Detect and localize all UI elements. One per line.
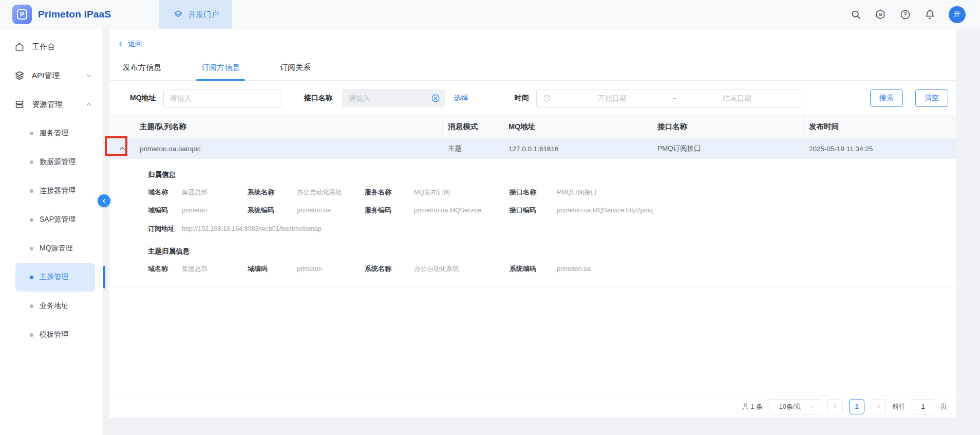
back-button[interactable]: 返回 bbox=[118, 40, 142, 49]
interface-name-input[interactable] bbox=[342, 89, 445, 107]
sidebar-nav: 工作台 API管理 资源管理 服务管理 数据源管理 bbox=[0, 29, 104, 435]
detail-value: PMQ订阅接口 bbox=[557, 188, 941, 197]
tab-bar: 发布方信息 订阅方信息 订阅关系 bbox=[109, 56, 956, 81]
content-card: 返回 发布方信息 订阅方信息 订阅关系 MQ地址 接口名称 选择 时间 bbox=[109, 29, 956, 418]
row-expand-button[interactable] bbox=[109, 139, 135, 158]
sidebar-item-topic-mgmt[interactable]: 主题管理 bbox=[15, 263, 95, 292]
detail-value: 办公自动化系统 bbox=[297, 188, 365, 197]
search-icon[interactable] bbox=[850, 9, 861, 20]
sidebar-collapse-toggle[interactable] bbox=[98, 194, 110, 207]
end-date-input[interactable] bbox=[680, 94, 795, 102]
detail-label: 接口编码 bbox=[510, 206, 557, 215]
detail-value: 办公自动化系统 bbox=[414, 265, 510, 274]
date-range-picker[interactable]: - bbox=[536, 89, 801, 107]
detail-value: primeton bbox=[182, 207, 248, 214]
help-icon[interactable]: ? bbox=[899, 9, 911, 20]
sidebar-item-resource[interactable]: 资源管理 bbox=[0, 90, 103, 119]
table-row[interactable]: primeton.oa.oatopic 主题 127.0.0.1:61616 P… bbox=[109, 138, 956, 159]
pagination-bar: 共 1 条 10条/页 1 前往 页 bbox=[109, 395, 956, 418]
primeton-logo-icon: P bbox=[12, 5, 32, 24]
detail-value-subscribe-address: http://192.168.16.164:8083/web01/boot/he… bbox=[182, 225, 941, 232]
portal-tab-label: 开发门户 bbox=[188, 10, 219, 20]
bullet-icon bbox=[30, 276, 33, 279]
sidebar-subitem-label: 主题管理 bbox=[40, 273, 68, 282]
chevron-up-icon bbox=[86, 101, 92, 107]
sidebar-subitem-label: MQ源管理 bbox=[40, 244, 73, 253]
column-publish-time: 发布时间 bbox=[804, 115, 956, 138]
resource-icon bbox=[14, 99, 25, 110]
detail-value: primeton bbox=[297, 265, 365, 273]
prev-page-button[interactable] bbox=[827, 399, 843, 414]
page-size-select[interactable]: 10条/页 bbox=[769, 399, 821, 414]
sidebar-item-workbench[interactable]: 工作台 bbox=[0, 32, 103, 61]
clear-button[interactable]: 清空 bbox=[915, 89, 948, 107]
sidebar-item-service-mgmt[interactable]: 服务管理 bbox=[15, 119, 95, 148]
detail-label: 系统编码 bbox=[248, 206, 297, 215]
bullet-icon bbox=[30, 333, 33, 337]
mq-address-input[interactable] bbox=[163, 89, 281, 107]
detail-label-subscribe-address: 订阅地址 bbox=[148, 224, 182, 233]
search-button[interactable]: 搜索 bbox=[870, 89, 903, 107]
sidebar-subitem-label: 业务地址 bbox=[40, 301, 68, 311]
header-actions: AI ? 开 bbox=[850, 0, 980, 29]
detail-label: 域编码 bbox=[148, 206, 182, 215]
current-page-button[interactable]: 1 bbox=[849, 399, 864, 414]
cell-message-mode: 主题 bbox=[443, 138, 503, 159]
column-topic-name: 主题/队列名称 bbox=[135, 115, 443, 138]
tab-subscriber-info[interactable]: 订阅方信息 bbox=[196, 56, 245, 80]
bullet-icon bbox=[30, 304, 33, 308]
detail-value: primeton.oa bbox=[297, 207, 365, 214]
sidebar-subitem-label: 模板管理 bbox=[40, 330, 68, 339]
sidebar-item-api[interactable]: API管理 bbox=[0, 61, 103, 90]
cell-publish-time: 2025-05-19 11:34:25 bbox=[804, 139, 956, 158]
active-indicator-bar bbox=[103, 266, 105, 288]
sidebar-item-business-address[interactable]: 业务地址 bbox=[15, 292, 95, 320]
detail-value: MQ发布订阅 bbox=[414, 188, 510, 197]
start-date-input[interactable] bbox=[555, 94, 670, 102]
brand-title: Primeton iPaaS bbox=[38, 9, 111, 20]
sidebar-item-mq-mgmt[interactable]: MQ源管理 bbox=[15, 234, 95, 263]
expanded-detail-panel: 归属信息 域名称 集团总部 系统名称 办公自动化系统 服务名称 MQ发布订阅 接… bbox=[109, 159, 956, 287]
sidebar-item-template-mgmt[interactable]: 模板管理 bbox=[15, 320, 95, 349]
bell-icon[interactable] bbox=[924, 9, 935, 20]
chevron-up-icon bbox=[119, 145, 126, 152]
portal-tab-dev[interactable]: 开发门户 bbox=[159, 0, 232, 29]
sidebar-item-connector-mgmt[interactable]: 连接器管理 bbox=[15, 176, 95, 205]
detail-value: primeton.oa.MQService bbox=[414, 207, 510, 214]
tab-publisher-info[interactable]: 发布方信息 bbox=[118, 56, 166, 80]
detail-value: primeton.oa bbox=[557, 265, 941, 273]
home-icon bbox=[14, 42, 25, 52]
clock-icon bbox=[543, 94, 551, 102]
sidebar-item-label: API管理 bbox=[32, 71, 60, 81]
layers-icon bbox=[14, 70, 25, 81]
column-mq-address: MQ地址 bbox=[503, 115, 652, 138]
detail-value: 集团总部 bbox=[182, 265, 248, 274]
detail-value: primeton.oa.MQService.http2pmq bbox=[557, 207, 941, 214]
ai-assistant-icon[interactable]: AI bbox=[875, 9, 886, 20]
sidebar-subitem-label: 连接器管理 bbox=[40, 186, 76, 195]
cell-interface-name: PMQ订阅接口 bbox=[652, 138, 804, 159]
tab-subscription-relation[interactable]: 订阅关系 bbox=[275, 56, 316, 80]
mq-address-label: MQ地址 bbox=[130, 94, 156, 103]
chevron-left-icon bbox=[118, 41, 124, 47]
bullet-icon bbox=[30, 160, 33, 164]
column-interface-name: 接口名称 bbox=[652, 115, 804, 138]
detail-value: 集团总部 bbox=[182, 188, 248, 197]
detail-label: 服务编码 bbox=[365, 206, 414, 215]
goto-page-input[interactable] bbox=[912, 399, 934, 414]
sidebar-item-sap-mgmt[interactable]: SAP源管理 bbox=[15, 205, 95, 234]
user-avatar[interactable]: 开 bbox=[949, 6, 966, 23]
svg-text:AI: AI bbox=[878, 12, 882, 17]
clear-circle-icon[interactable] bbox=[431, 94, 440, 103]
sidebar-subitem-label: SAP源管理 bbox=[40, 215, 76, 224]
detail-label: 域名称 bbox=[148, 264, 182, 274]
page-size-value: 10条/页 bbox=[779, 402, 801, 411]
detail-label: 服务名称 bbox=[365, 188, 414, 197]
sidebar-item-datasource-mgmt[interactable]: 数据源管理 bbox=[15, 148, 95, 176]
next-page-button[interactable] bbox=[871, 399, 886, 414]
select-interface-link[interactable]: 选择 bbox=[454, 94, 468, 103]
detail-label: 系统名称 bbox=[365, 264, 414, 274]
layers-icon bbox=[173, 9, 184, 20]
column-message-mode: 消息模式 bbox=[443, 115, 503, 138]
section-title-ownership: 归属信息 bbox=[148, 170, 941, 179]
